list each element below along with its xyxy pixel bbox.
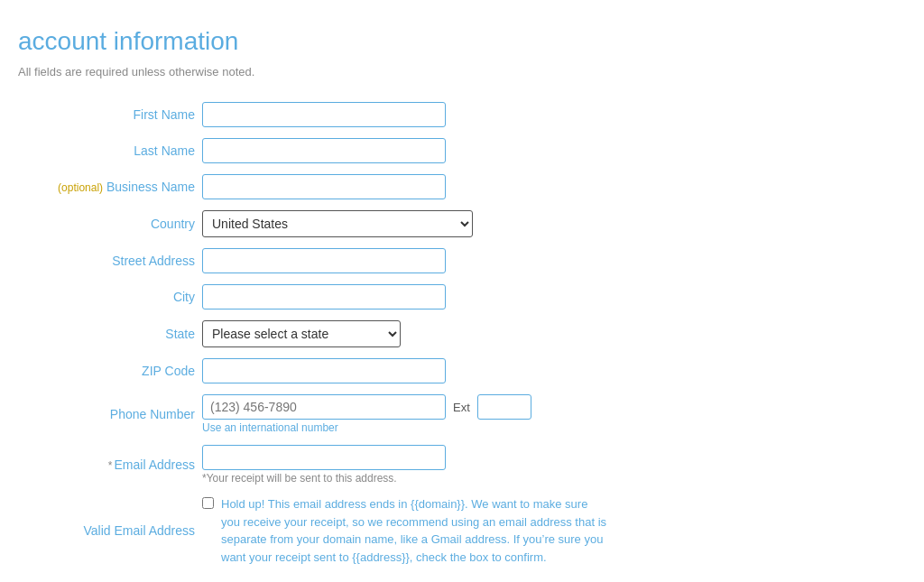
country-row: Country United States Canada United King… <box>18 205 632 243</box>
business-name-row: (optional) Business Name <box>18 169 632 205</box>
valid-email-message: Hold up! This email address ends in {{do… <box>221 495 609 566</box>
last-name-row: Last Name <box>18 133 632 169</box>
street-address-label: Street Address <box>18 243 199 279</box>
email-address-row: *Email Address *Your receipt will be sen… <box>18 439 632 490</box>
first-name-input[interactable] <box>202 102 446 127</box>
country-select[interactable]: United States Canada United Kingdom Aust… <box>202 210 473 237</box>
email-asterisk: * <box>108 459 113 472</box>
last-name-label: Last Name <box>18 133 199 169</box>
zip-code-input[interactable] <box>202 358 446 383</box>
account-info-form: First Name Last Name (optional) Business… <box>18 97 632 571</box>
valid-email-checkbox[interactable] <box>202 497 214 509</box>
valid-email-group: Hold up! This email address ends in {{do… <box>202 495 628 566</box>
first-name-label: First Name <box>18 97 199 133</box>
city-row: City <box>18 279 632 315</box>
phone-number-label: Phone Number <box>18 389 199 439</box>
email-label: Email Address <box>115 457 195 472</box>
phone-number-group: Ext <box>202 394 628 420</box>
page-title: account information <box>18 27 906 56</box>
street-address-input[interactable] <box>202 248 446 273</box>
optional-label: (optional) <box>58 181 103 194</box>
ext-input[interactable] <box>477 394 531 420</box>
first-name-row: First Name <box>18 97 632 133</box>
valid-email-row: Valid Email Address Hold up! This email … <box>18 490 632 571</box>
city-input[interactable] <box>202 284 446 309</box>
page-subtitle: All fields are required unless otherwise… <box>18 65 906 79</box>
email-note: *Your receipt will be sent to this addre… <box>202 472 628 485</box>
valid-email-label: Valid Email Address <box>18 490 199 571</box>
ext-label: Ext <box>453 401 470 414</box>
city-label: City <box>18 279 199 315</box>
business-name-input[interactable] <box>202 174 446 199</box>
country-label: Country <box>18 205 199 243</box>
phone-number-input[interactable] <box>202 394 446 420</box>
zip-code-row: ZIP Code <box>18 353 632 389</box>
street-address-row: Street Address <box>18 243 632 279</box>
zip-code-label: ZIP Code <box>18 353 199 389</box>
state-label: State <box>18 315 199 353</box>
business-name-label: Business Name <box>106 180 195 194</box>
state-row: State Please select a state AlabamaAlask… <box>18 315 632 353</box>
state-select[interactable]: Please select a state AlabamaAlaskaArizo… <box>202 320 401 347</box>
phone-number-row: Phone Number Ext Use an international nu… <box>18 389 632 439</box>
intl-number-link[interactable]: Use an international number <box>202 421 628 434</box>
last-name-input[interactable] <box>202 138 446 163</box>
email-input[interactable] <box>202 445 446 470</box>
